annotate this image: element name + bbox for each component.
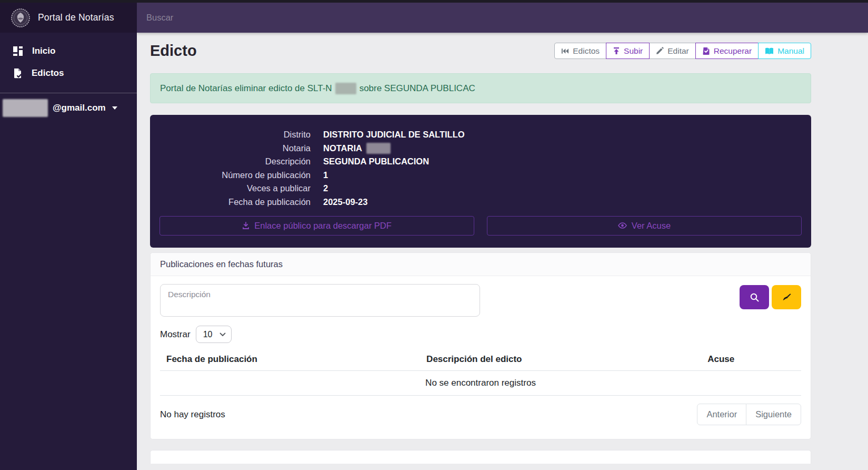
global-search-input[interactable] [146, 13, 410, 23]
search-icon [750, 292, 760, 302]
toolbar: Edictos Subir [554, 43, 811, 59]
sidebar-item-inicio[interactable]: Inicio [0, 40, 137, 62]
download-pdf-button[interactable]: Enlace público para descargar PDF [159, 216, 474, 236]
user-menu[interactable]: @gmail.com [0, 93, 137, 123]
sidebar-item-edictos[interactable]: Edictos [0, 62, 137, 84]
descripcion-filter-input[interactable] [160, 284, 480, 317]
redacted-notaria-number [366, 143, 391, 154]
edicto-details-panel: Distrito DISTRITO JUDICIAL DE SALTILLO N… [150, 115, 811, 248]
page-size-select[interactable]: 10 [196, 326, 232, 343]
editar-button[interactable]: Editar [649, 43, 696, 59]
broom-icon [782, 292, 792, 302]
sidebar-item-label: Inicio [32, 46, 55, 56]
detail-row: Veces a publicar 2 [159, 182, 802, 195]
previous-page-button[interactable]: Anterior [697, 404, 746, 425]
column-header-descripcion[interactable]: Descripción del edicto [307, 348, 641, 370]
file-ribbon-icon [702, 47, 710, 55]
open-book-icon [765, 47, 774, 55]
user-email-suffix: @gmail.com [53, 103, 106, 113]
next-page-button[interactable]: Siguiente [746, 404, 801, 425]
page-title: Edicto [150, 42, 197, 60]
success-alert: Portal de Notarías eliminar edicto de SL… [150, 73, 811, 103]
publications-card: Publicaciones en fechas futuras [150, 252, 811, 439]
subir-button[interactable]: Subir [606, 43, 650, 59]
brand-title: Portal de Notarías [38, 12, 114, 23]
recuperar-button[interactable]: Recuperar [695, 43, 759, 59]
detail-row: Fecha de publicación 2025-09-23 [159, 195, 802, 209]
sidebar: Portal de Notarías Inicio [0, 3, 137, 470]
sidebar-brand[interactable]: Portal de Notarías [0, 3, 137, 33]
column-header-fecha[interactable]: Fecha de publicación [160, 348, 307, 370]
eye-icon [618, 222, 627, 229]
file-check-icon [13, 68, 23, 79]
column-header-acuse[interactable]: Acuse [641, 348, 801, 370]
detail-row: Descripción SEGUNDA PUBLICACION [159, 155, 802, 169]
sidebar-item-label: Edictos [32, 68, 64, 79]
chevron-down-icon [112, 106, 117, 110]
no-records-label: No hay registros [160, 409, 225, 420]
topbar [137, 3, 868, 33]
search-button[interactable] [740, 285, 769, 309]
detail-row: Notaria NOTARIA [159, 142, 802, 155]
ver-acuse-button[interactable]: Ver Acuse [487, 216, 802, 236]
publications-table: Fecha de publicación Descripción del edi… [160, 348, 801, 396]
empty-table-message: No se encontraron registros [160, 371, 801, 396]
upload-icon [613, 47, 620, 55]
main-content: Edicto Edictos [137, 33, 868, 470]
chevron-down-icon [220, 332, 226, 337]
detail-row: Número de publicación 1 [159, 169, 802, 182]
edictos-button[interactable]: Edictos [554, 43, 606, 59]
skip-back-icon [561, 47, 569, 55]
window-top-strip [0, 0, 868, 3]
detail-row: Distrito DISTRITO JUDICIAL DE SALTILLO [159, 128, 802, 142]
dashboard-grid-icon [13, 46, 23, 56]
manual-button[interactable]: Manual [758, 43, 811, 59]
pagination: Anterior Siguiente [697, 404, 801, 425]
publications-card-title: Publicaciones en fechas futuras [151, 253, 811, 276]
alert-text-before: Portal de Notarías eliminar edicto de SL… [160, 83, 332, 94]
clear-filter-button[interactable] [772, 285, 801, 309]
redacted-username [3, 99, 48, 117]
download-icon [242, 222, 250, 230]
show-label: Mostrar [160, 329, 191, 340]
pencil-icon [656, 47, 664, 55]
next-section-card-partial [150, 450, 811, 464]
redacted-notary-id [335, 83, 356, 94]
alert-text-after: sobre SEGUNDA PUBLICAC [360, 83, 475, 94]
notary-seal-logo [11, 8, 31, 28]
